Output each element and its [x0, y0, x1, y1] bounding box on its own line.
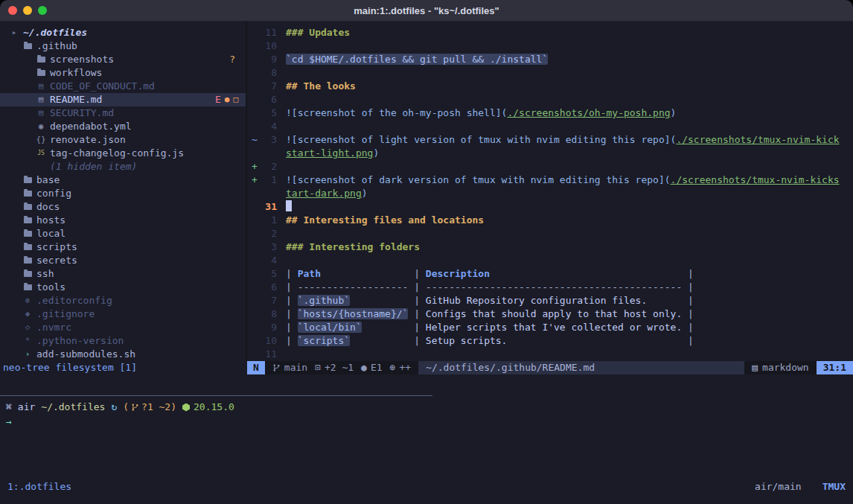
folder-icon: [22, 244, 33, 250]
line-number: 7: [259, 294, 277, 307]
file-icon: ▤: [36, 106, 46, 120]
tree-item[interactable]: {}renovate.json: [0, 133, 246, 147]
nvim-statusline[interactable]: N main ⊡+2 ~1 ●E1 ⊕++ ~/.dotfiles/.githu…: [247, 361, 853, 374]
editor-line[interactable]: 9`cd $HOME/.dotfiles && git pull && ./in…: [247, 53, 853, 66]
tree-item-label: config: [36, 187, 71, 200]
sync-icon: ↻: [111, 401, 117, 414]
tree-item[interactable]: base: [0, 173, 246, 187]
gitsign-column: [247, 227, 259, 240]
tree-item[interactable]: tools: [0, 281, 246, 294]
editor-line[interactable]: 10| `scripts` | Setup scripts. |: [247, 334, 853, 348]
editor-line[interactable]: 7| `.github` | GitHub Repository configu…: [247, 294, 853, 307]
line-number: 9: [259, 321, 277, 334]
nvim-pane: ▸~/.dotfiles.githubscreenshots?workflows…: [0, 21, 853, 361]
file-tree[interactable]: ▸~/.dotfiles.githubscreenshots?workflows…: [0, 21, 246, 361]
tree-item[interactable]: ▸~/.dotfiles: [0, 26, 246, 39]
tmux-session-label[interactable]: air/main: [755, 480, 802, 494]
tree-item[interactable]: ▤SECURITY.md: [0, 106, 246, 120]
editor-line[interactable]: 11: [247, 348, 853, 361]
gitsign-column: [247, 348, 259, 361]
shell-prompt[interactable]: ⌘ air ~/.dotfiles ↻ (?1 ~2) 20.15.0: [6, 401, 240, 414]
tree-item[interactable]: ◇.nvmrc: [0, 321, 246, 334]
git-branch-label: main: [284, 361, 307, 374]
line-number: 4: [259, 120, 277, 133]
editor-line[interactable]: tart-dark.png): [247, 187, 853, 200]
window-title: main:1:.dotfiles - "ks~/.dotfiles": [354, 5, 499, 16]
editor-line[interactable]: 31: [247, 200, 853, 214]
editor-line[interactable]: 6| ------------------- | ---------------…: [247, 281, 853, 294]
editor-line[interactable]: 3### Interesting folders: [247, 240, 853, 254]
tree-item[interactable]: (1 hidden item): [0, 160, 246, 173]
line-number: 11: [259, 26, 277, 39]
cwd-label: ~/.dotfiles: [41, 401, 105, 414]
tree-item[interactable]: scripts: [0, 240, 246, 254]
gitsign-column: [247, 334, 259, 348]
editor-line[interactable]: 5| Path | Description |: [247, 267, 853, 281]
error-icon: ●: [361, 361, 367, 374]
tree-item[interactable]: JStag-changelog-config.js: [0, 147, 246, 160]
tree-item[interactable]: hosts: [0, 214, 246, 227]
gitsign-column: [247, 53, 259, 66]
close-window-button[interactable]: [8, 6, 17, 15]
editor-line[interactable]: 4: [247, 254, 853, 267]
tree-item[interactable]: ›add-submodules.sh: [0, 348, 246, 361]
tree-item[interactable]: docs: [0, 200, 246, 214]
gitsign-column: [247, 321, 259, 334]
line-text: | `local/bin` | Helper scripts that I've…: [286, 321, 694, 334]
filetype-indicator: ▤markdown: [752, 361, 808, 374]
tree-item[interactable]: ◆.gitignore: [0, 307, 246, 321]
gitsign-column: [247, 80, 259, 93]
editor-line[interactable]: 6: [247, 93, 853, 106]
status-row: neo-tree filesystem [1] N main ⊡+2 ~1 ●E…: [0, 361, 853, 374]
tree-item-label: (1 hidden item): [50, 160, 137, 173]
tree-item[interactable]: workflows: [0, 66, 246, 80]
editor-line[interactable]: 8| `hosts/{hostname}/` | Configs that sh…: [247, 307, 853, 321]
tree-item[interactable]: ssh: [0, 267, 246, 281]
tree-item[interactable]: ▤README.mdE●□: [0, 93, 246, 106]
tmux-pane-divider[interactable]: [0, 395, 432, 396]
editor-line[interactable]: 9| `local/bin` | Helper scripts that I'v…: [247, 321, 853, 334]
plus-icon: ⊕: [390, 361, 396, 374]
editor-line[interactable]: 11### Updates: [247, 26, 853, 39]
prompt-arrow[interactable]: →: [6, 415, 12, 429]
editor-line[interactable]: +2: [247, 160, 853, 173]
tree-item-label: workflows: [50, 66, 102, 80]
line-text: ### Interesting folders: [286, 240, 420, 254]
tree-item-label: renovate.json: [50, 133, 126, 147]
tree-item[interactable]: local: [0, 227, 246, 240]
git-status-label: ?1 ~2: [141, 401, 170, 414]
tree-item[interactable]: ◉dependabot.yml: [0, 120, 246, 133]
folder-icon: [22, 258, 33, 264]
tmux-window-item[interactable]: 1:.dotfiles: [7, 480, 71, 494]
tmux-statusbar: 1:.dotfiles air/main TMUX: [0, 480, 853, 494]
titlebar: main:1:.dotfiles - "ks~/.dotfiles": [0, 0, 853, 22]
tree-item[interactable]: ▤CODE_OF_CONDUCT.md: [0, 80, 246, 93]
editor-line[interactable]: 8: [247, 66, 853, 80]
folder-icon: [36, 70, 46, 76]
editor-line[interactable]: 2: [247, 227, 853, 240]
editor-line[interactable]: +1![screenshot of dark version of tmux w…: [247, 173, 853, 187]
editor-line[interactable]: ~3![screenshot of light version of tmux …: [247, 133, 853, 147]
minimize-window-button[interactable]: [23, 6, 32, 15]
editor-line[interactable]: 4: [247, 120, 853, 133]
editor-line[interactable]: 7## The looks: [247, 80, 853, 93]
unstaged-square-marker: □: [233, 93, 238, 106]
editor-line[interactable]: 10: [247, 39, 853, 53]
tree-item[interactable]: screenshots?: [0, 53, 246, 66]
tree-item[interactable]: .github: [0, 39, 246, 53]
tree-item[interactable]: secrets: [0, 254, 246, 267]
tree-item[interactable]: config: [0, 187, 246, 200]
shell-icon: ›: [22, 348, 33, 361]
zoom-window-button[interactable]: [38, 6, 47, 15]
tree-item[interactable]: ⊛.editorconfig: [0, 294, 246, 307]
editor-line[interactable]: 5![screenshot of the oh-my-posh shell](.…: [247, 106, 853, 120]
editor-buffer[interactable]: 11### Updates109`cd $HOME/.dotfiles && g…: [247, 21, 853, 361]
editor-line[interactable]: start-light.png): [247, 147, 853, 160]
line-number: 3: [259, 240, 277, 254]
tree-item[interactable]: *.python-version: [0, 334, 246, 348]
terminal-content: ▸~/.dotfiles.githubscreenshots?workflows…: [0, 21, 853, 504]
file-markers: E●□: [215, 93, 238, 106]
editor-line[interactable]: 1## Interesting files and locations: [247, 214, 853, 227]
tree-item-label: .gitignore: [36, 307, 95, 321]
tree-item-label: docs: [36, 200, 60, 214]
